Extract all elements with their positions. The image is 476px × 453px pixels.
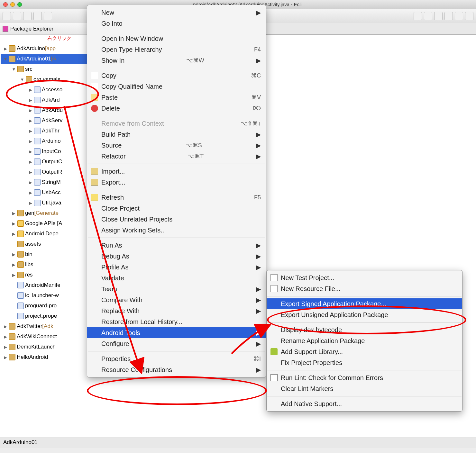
submenu-item[interactable]: New Resource File...	[267, 283, 462, 294]
submenu-item[interactable]: Fix Project Properties	[267, 357, 462, 368]
tree-twisty-icon[interactable]: ▶	[28, 118, 33, 123]
context-menu-item[interactable]: Open in New Window	[87, 33, 266, 44]
menu-item-label: Source	[101, 142, 122, 149]
close-window-button[interactable]	[3, 2, 8, 7]
context-menu-item[interactable]: Export...	[87, 177, 266, 188]
tree-twisty-icon[interactable]: ▼	[20, 77, 24, 82]
context-menu-item[interactable]: Paste⌘V	[87, 92, 266, 103]
submenu-item[interactable]: Run Lint: Check for Common Errors	[267, 372, 462, 383]
submenu-item[interactable]: Display dex bytecode	[267, 324, 462, 335]
submenu-item[interactable]: Export Unsigned Application Package	[267, 309, 462, 320]
android-tools-submenu[interactable]: New Test Project...New Resource File...E…	[266, 270, 462, 412]
context-menu-item[interactable]: Configure▶	[87, 338, 266, 349]
tree-twisty-icon[interactable]: ▶	[28, 159, 33, 164]
context-menu[interactable]: New▶Go IntoOpen in New WindowOpen Type H…	[87, 5, 266, 377]
tree-twisty-icon[interactable]: ▶	[12, 252, 16, 257]
tree-twisty-icon[interactable]: ▶	[3, 334, 8, 339]
toolbar-button[interactable]	[434, 12, 443, 20]
tree-twisty-icon[interactable]: ▶	[3, 46, 8, 51]
tree-twisty-icon[interactable]: ▶	[12, 231, 16, 236]
tree-twisty-icon[interactable]: ▶	[28, 87, 33, 92]
submenu-item[interactable]: Rename Application Package	[267, 335, 462, 346]
submenu-item[interactable]: Clear Lint Markers	[267, 383, 462, 394]
submenu-item[interactable]: New Test Project...	[267, 272, 462, 283]
context-menu-item[interactable]: Replace With▶	[87, 305, 266, 316]
tree-twisty-icon[interactable]: ▶	[28, 180, 33, 185]
submenu-arrow-icon: ▶	[256, 307, 261, 315]
toolbar-button[interactable]	[424, 12, 432, 20]
menu-item-label: Copy Qualified Name	[101, 83, 162, 90]
context-menu-item[interactable]: Run As▶	[87, 240, 266, 251]
context-menu-item[interactable]: Source⌥⌘S▶	[87, 140, 266, 151]
tree-twisty-icon[interactable]: ▶	[3, 324, 8, 329]
context-menu-item[interactable]: Compare With▶	[87, 294, 266, 305]
context-menu-item[interactable]: Debug As▶	[87, 251, 266, 262]
toolbar-button[interactable]	[44, 12, 52, 20]
context-menu-item[interactable]: Team▶	[87, 284, 266, 294]
context-menu-item[interactable]: Show In⌥⌘W▶	[87, 55, 266, 66]
toolbar-button[interactable]	[3, 12, 11, 20]
file-icon	[34, 107, 41, 113]
file-icon	[9, 56, 15, 62]
tree-twisty-icon[interactable]: ▶	[28, 149, 33, 154]
context-menu-item[interactable]: Open Type HierarchyF4	[87, 44, 266, 55]
copy-icon	[91, 72, 98, 79]
toolbar-button[interactable]	[33, 12, 42, 20]
file-icon	[17, 303, 24, 309]
tree-twisty-icon[interactable]: ▶	[3, 355, 8, 360]
tree-twisty-icon[interactable]: ▶	[12, 221, 16, 226]
minimize-window-button[interactable]	[10, 2, 15, 7]
toolbar-button[interactable]	[13, 12, 21, 20]
context-menu-item[interactable]: Resource Configurations▶	[87, 364, 266, 375]
context-menu-item[interactable]: RefreshF5	[87, 192, 266, 203]
context-menu-item[interactable]: Properties⌘I	[87, 353, 266, 364]
toolbar-button[interactable]	[23, 12, 32, 20]
context-menu-item[interactable]: Refactor⌥⌘T▶	[87, 151, 266, 162]
context-menu-item[interactable]: Build Path▶	[87, 129, 266, 140]
tree-twisty-icon[interactable]: ▼	[3, 57, 8, 61]
submenu-item[interactable]: Add Support Library...	[267, 346, 462, 357]
tree-twisty-icon[interactable]: ▶	[12, 262, 16, 267]
context-menu-item[interactable]: Restore from Local History...	[87, 316, 266, 327]
menu-item-label: Compare With	[101, 296, 142, 304]
menu-separator	[267, 370, 462, 370]
context-menu-item[interactable]: Copy⌘C	[87, 70, 266, 81]
tree-twisty-icon[interactable]: ▶	[28, 98, 33, 103]
submenu-item[interactable]: Add Native Support...	[267, 398, 462, 409]
file-icon	[26, 76, 32, 83]
toolbar-button[interactable]	[444, 12, 453, 20]
tree-twisty-icon[interactable]: ▼	[12, 67, 16, 72]
submenu-item[interactable]: Export Signed Application Package...	[267, 298, 462, 309]
menu-item-label: Configure	[101, 340, 129, 348]
tree-twisty-icon[interactable]: ▶	[28, 139, 33, 144]
tree-item-label: AdkWikiConnect	[17, 333, 57, 340]
toolbar-button[interactable]	[455, 12, 463, 20]
tree-twisty-icon[interactable]: ▶	[28, 108, 33, 113]
context-menu-item[interactable]: Go Into	[87, 18, 266, 29]
toolbar-button[interactable]	[414, 12, 422, 20]
context-menu-item[interactable]: Validate	[87, 273, 266, 284]
menu-item-label: Show In	[101, 57, 124, 64]
zoom-window-button[interactable]	[17, 2, 22, 7]
tree-twisty-icon[interactable]: ▶	[12, 273, 16, 277]
toolbar-button[interactable]	[465, 12, 473, 20]
tree-twisty-icon[interactable]: ▶	[28, 129, 33, 133]
context-menu-item[interactable]: Delete⌦	[87, 103, 266, 114]
delete-icon	[91, 105, 98, 112]
submenu-arrow-icon: ▶	[256, 296, 261, 304]
context-menu-item[interactable]: Profile As▶	[87, 262, 266, 273]
context-menu-item[interactable]: Copy Qualified Name	[87, 81, 266, 92]
tree-twisty-icon[interactable]: ▶	[12, 211, 16, 216]
context-menu-item[interactable]: Assign Working Sets...	[87, 225, 266, 236]
menu-item-label: Rename Application Package	[281, 337, 365, 345]
context-menu-item[interactable]: Close Unrelated Projects	[87, 214, 266, 225]
tree-twisty-icon[interactable]: ▶	[28, 190, 33, 195]
tree-twisty-icon[interactable]: ▶	[3, 345, 8, 349]
context-menu-item[interactable]: Android Tools▶	[87, 327, 266, 338]
context-menu-item[interactable]: Import...	[87, 166, 266, 177]
context-menu-item[interactable]: New▶	[87, 7, 266, 18]
tree-twisty-icon[interactable]: ▶	[28, 201, 33, 205]
tree-twisty-icon[interactable]: ▶	[28, 170, 33, 175]
menu-item-label: New Resource File...	[281, 285, 341, 293]
context-menu-item[interactable]: Close Project	[87, 203, 266, 214]
